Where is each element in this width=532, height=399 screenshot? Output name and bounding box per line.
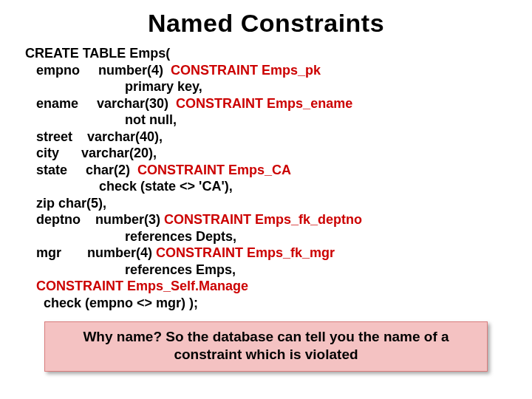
constraint-name: CONSTRAINT Emps_pk [171,63,321,78]
callout-box: Why name? So the database can tell you t… [44,321,488,372]
constraint-name: CONSTRAINT Emps_fk_deptno [164,212,362,227]
constraint-name: CONSTRAINT Emps_fk_mgr [156,245,335,260]
callout-container: Why name? So the database can tell you t… [44,321,488,372]
constraint-name: CONSTRAINT Emps_Self.Manage [25,279,248,293]
code-line: check (state <> 'CA'), [25,179,233,194]
constraint-name: CONSTRAINT Emps_CA [137,163,291,177]
code-line: mgr number(4) [25,245,156,260]
code-line: deptno number(3) [25,212,164,227]
code-line: references Depts, [25,229,236,244]
code-line: check (empno <> mgr) ); [25,296,198,310]
code-line: primary key, [25,79,202,94]
code-line: ename varchar(30) [25,96,176,111]
code-line: CREATE TABLE Emps( [25,46,170,61]
slide-title: Named Constraints [0,9,532,38]
code-line: empno number(4) [25,63,171,78]
code-line: zip char(5), [25,196,106,211]
slide: Named Constraints CREATE TABLE Emps( emp… [0,9,532,399]
constraint-name: CONSTRAINT Emps_ename [176,96,352,111]
code-line: state char(2) [25,163,137,177]
code-line: street varchar(40), [25,129,163,144]
code-block: CREATE TABLE Emps( empno number(4) CONST… [0,45,532,311]
code-line: not null, [25,112,177,127]
code-line: city varchar(20), [25,146,157,160]
code-line: references Emps, [25,262,236,277]
